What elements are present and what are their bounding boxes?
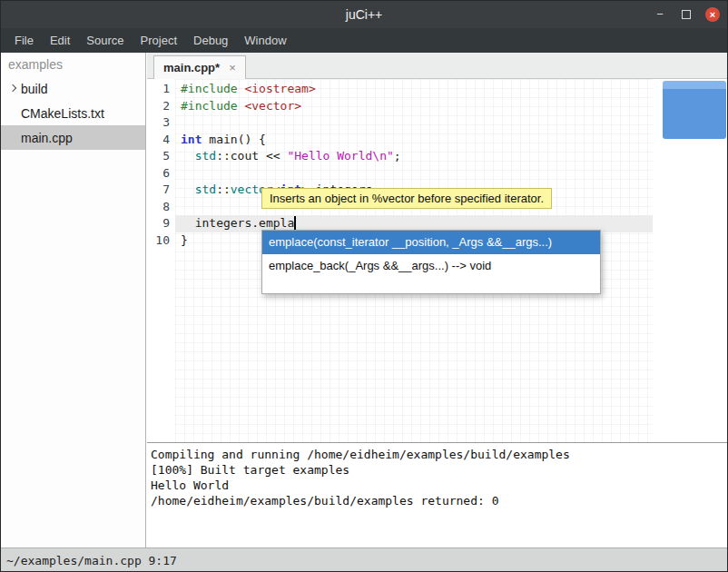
menubar: File Edit Source Project Debug Window xyxy=(1,28,727,53)
code-text[interactable]: #include <iostream> #include <vector> in… xyxy=(175,81,653,249)
completion-doc-tooltip: Inserts an object in %vector before spec… xyxy=(261,188,552,209)
app-window: juCi++ − × File Edit Source Project Debu… xyxy=(0,0,728,572)
code-editor[interactable]: 1 2 3 4 5 6 7 8 9 10 #include <iostream>… xyxy=(147,79,728,442)
autocomplete-popup: emplace(const_iterator __position, _Args… xyxy=(261,230,601,294)
tree-item-cmakelists[interactable]: CMakeLists.txt xyxy=(1,101,145,125)
line-number: 3 xyxy=(147,114,175,132)
tabbar: main.cpp* × xyxy=(147,53,728,79)
code-line[interactable]: std::cout << "Hello World\n"; xyxy=(175,148,653,165)
line-number-gutter: 1 2 3 4 5 6 7 8 9 10 xyxy=(147,81,175,249)
menu-file[interactable]: File xyxy=(6,30,42,51)
build-output-console[interactable]: Compiling and running /home/eidheim/exam… xyxy=(147,442,728,547)
line-number: 8 xyxy=(147,199,175,216)
main-area: main.cpp* × 1 2 3 4 5 6 7 8 9 10 #includ… xyxy=(147,53,728,547)
tree-item-build[interactable]: build xyxy=(1,76,145,101)
tab-maincpp[interactable]: main.cpp* × xyxy=(153,55,246,79)
window-title: juCi++ xyxy=(346,7,382,22)
line-number: 5 xyxy=(147,148,175,165)
code-line[interactable] xyxy=(175,114,653,132)
menu-edit[interactable]: Edit xyxy=(42,30,78,51)
editor-scrollbar-thumb[interactable] xyxy=(663,81,726,139)
line-number: 7 xyxy=(147,182,175,199)
autocomplete-item-emplace-back[interactable]: emplace_back(_Args &&__args...) --> void xyxy=(262,254,600,278)
code-line[interactable]: int main() { xyxy=(175,132,653,149)
expander-icon[interactable] xyxy=(9,84,18,93)
tab-close-icon[interactable]: × xyxy=(229,61,236,74)
menu-project[interactable]: Project xyxy=(133,30,185,51)
tab-label: main.cpp* xyxy=(163,61,220,74)
tree-item-maincpp[interactable]: main.cpp xyxy=(1,125,145,150)
maximize-icon[interactable] xyxy=(679,7,694,22)
tree-item-label: build xyxy=(21,82,48,96)
code-line[interactable]: #include <vector> xyxy=(175,98,653,115)
console-line: [100%] Built target examples xyxy=(151,462,725,478)
project-folder-label: examples xyxy=(1,53,145,76)
window-controls: − × xyxy=(653,1,720,28)
file-tree-panel: examples build CMakeLists.txt main.cpp xyxy=(1,53,146,547)
line-number: 1 xyxy=(147,81,175,98)
line-number: 4 xyxy=(147,132,175,149)
minimize-icon[interactable]: − xyxy=(653,7,667,22)
menu-debug[interactable]: Debug xyxy=(185,30,236,51)
code-line[interactable]: #include <iostream> xyxy=(175,81,653,98)
tree-item-label: main.cpp xyxy=(21,131,73,145)
autocomplete-item-emplace[interactable]: emplace(const_iterator __position, _Args… xyxy=(262,231,600,254)
line-number: 9 xyxy=(147,215,175,232)
menu-window[interactable]: Window xyxy=(236,30,294,51)
line-number: 2 xyxy=(147,98,175,115)
menu-source[interactable]: Source xyxy=(78,30,132,51)
line-number: 10 xyxy=(147,232,175,250)
titlebar[interactable]: juCi++ − × xyxy=(1,1,727,28)
line-number: 6 xyxy=(147,165,175,182)
console-line: /home/eidheim/examples/build/examples re… xyxy=(151,493,725,508)
close-icon[interactable]: × xyxy=(705,7,720,22)
tree-item-label: CMakeLists.txt xyxy=(21,106,104,121)
console-line: Compiling and running /home/eidheim/exam… xyxy=(151,447,725,462)
console-line: Hello World xyxy=(151,478,725,493)
statusbar-file-position: ~/examples/main.cpp 9:17 xyxy=(6,554,177,567)
code-line[interactable] xyxy=(175,165,653,182)
statusbar: ~/examples/main.cpp 9:17 xyxy=(1,547,727,572)
